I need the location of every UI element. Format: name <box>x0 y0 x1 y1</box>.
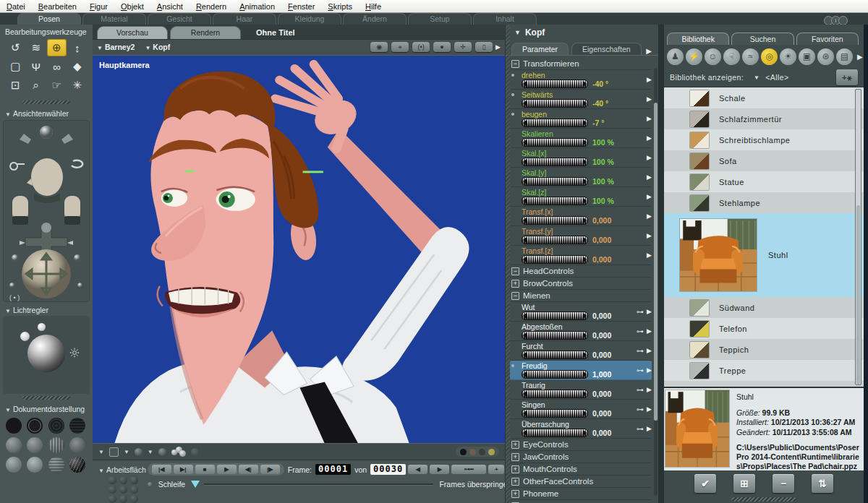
list-item-schale[interactable]: Schale <box>664 87 864 108</box>
parameter-panel-header[interactable]: ▼Kopf <box>506 25 659 40</box>
keyframe-eye-icon[interactable]: ⊶ <box>637 405 644 413</box>
dial-menu-arrow[interactable]: ▶ <box>647 252 652 259</box>
remove-item-button[interactable]: − <box>773 474 794 493</box>
doc-style-12[interactable] <box>69 457 85 473</box>
category-scroll-arrow[interactable]: ▶ <box>857 53 863 61</box>
total-frames-display[interactable]: 00030 <box>370 464 406 475</box>
menu-item-ansicht[interactable]: Ansicht <box>150 2 190 11</box>
light-brackets-icon[interactable]: (•) <box>412 42 430 52</box>
doc-style-5[interactable] <box>6 437 22 453</box>
menu-item-figur[interactable]: Figur <box>83 2 114 11</box>
memory-stick-icon[interactable]: ▯ <box>475 42 493 52</box>
plus-button[interactable]: + <box>488 465 504 474</box>
list-item-sofa[interactable]: Sofa <box>664 150 864 171</box>
param-group-mouthcontrols[interactable]: +MouthControls <box>510 463 652 476</box>
ball-icon[interactable]: ● <box>433 42 451 52</box>
cameras-icon[interactable]: ▣ <box>799 48 815 65</box>
param-tab-eigenschaften[interactable]: Eigenschaften <box>571 43 642 55</box>
dial-knob[interactable] <box>522 119 588 127</box>
hands-icon[interactable]: ☟ <box>723 48 740 65</box>
view-selector-control[interactable]: ( • ) <box>3 120 90 302</box>
menu-item-objekt[interactable]: Objekt <box>114 2 150 11</box>
param-dial-überraschung[interactable]: Überraschung0,000⊶▶ <box>510 419 652 439</box>
timeline-scrubber[interactable] <box>191 481 200 488</box>
dial-knob[interactable] <box>522 255 588 264</box>
keyframe-eye-icon[interactable]: ⊶ <box>637 327 644 335</box>
library-scrollbar[interactable] <box>855 89 861 385</box>
add-keyframe-button[interactable]: ⊶━ <box>451 465 486 474</box>
panel-drag-handle[interactable] <box>731 497 796 502</box>
section-divider[interactable] <box>22 396 70 400</box>
view-axis-tool[interactable]: ✳ <box>68 77 88 94</box>
param-dial-beugen[interactable]: beugen-7 °▶ <box>510 109 652 129</box>
prev-frame-button[interactable]: ◀ <box>408 465 427 474</box>
group-toggle-icon[interactable]: + <box>511 280 519 288</box>
multi-sphere-icon[interactable] <box>171 447 186 457</box>
dropdown-arrow-icon[interactable]: ▼ <box>148 449 153 455</box>
list-item-teppich[interactable]: Teppich <box>664 339 864 360</box>
translate-z-tool[interactable]: ↕ <box>68 39 88 56</box>
keyframe-eye-icon[interactable]: ⊶ <box>637 425 644 433</box>
add-folder-button[interactable]: +⚹ <box>836 69 858 85</box>
param-group-otherfacecontrols[interactable]: +OtherFaceControls <box>510 476 652 488</box>
param-group-sonstiges[interactable]: −Sonstiges <box>510 500 652 503</box>
zoom-tool[interactable]: ⌕ <box>27 77 46 94</box>
display-color-dots[interactable] <box>456 447 499 457</box>
figures-icon[interactable]: ♟ <box>667 48 684 65</box>
dial-knob[interactable] <box>522 177 588 186</box>
room-tab-gesicht[interactable]: Gesicht <box>148 13 211 25</box>
poses-icon[interactable]: ⚡ <box>686 48 702 65</box>
param-tab-parameter[interactable]: Parameter <box>511 43 569 55</box>
group-toggle-icon[interactable]: + <box>511 453 519 461</box>
library-tab-favoriten[interactable]: Favoriten <box>796 33 859 45</box>
param-dial-transf.[z][interactable]: Transf.[z]0,000▶ <box>510 246 652 265</box>
doc-style-title[interactable]: ▼Dokumentdarstellung <box>0 402 93 415</box>
dropdown-arrow-icon[interactable]: ▼ <box>124 449 129 455</box>
param-dial-drehen[interactable]: drehen-40 °▶ <box>510 70 652 90</box>
param-group-transformieren[interactable]: −Transformieren <box>510 58 652 70</box>
chevron-down-icon[interactable]: ▼ <box>754 74 760 81</box>
list-item-schlafzimmertür[interactable]: Schlafzimmertür <box>664 108 864 129</box>
scale-tool[interactable]: ▢ <box>6 58 25 75</box>
param-dial-skalieren[interactable]: Skalieren100 %▶ <box>510 129 652 148</box>
param-group-mienen[interactable]: −Mienen <box>510 290 652 302</box>
frame-style-icon[interactable] <box>109 447 119 457</box>
dial-menu-arrow[interactable]: ▶ <box>647 212 652 220</box>
dial-knob[interactable] <box>522 311 588 320</box>
library-tab-suchen[interactable]: Suchen <box>731 33 793 45</box>
workspace-dock-title[interactable]: ▼Arbeitsfläch <box>98 463 146 476</box>
translate-xy-tool[interactable]: ⊕ <box>47 39 67 56</box>
info-icon[interactable]: i <box>827 16 848 25</box>
dial-knob[interactable] <box>522 99 588 108</box>
scenes-icon[interactable]: ▤ <box>836 48 853 65</box>
param-dial-freudig[interactable]: Freudig1,000⊶▶ <box>510 361 652 380</box>
dial-knob[interactable] <box>522 236 588 244</box>
group-toggle-icon[interactable]: − <box>511 292 519 300</box>
color-tool[interactable]: ◆ <box>68 58 88 75</box>
camera-pan-icon[interactable]: ⌖ <box>391 42 409 52</box>
viewport-3d[interactable]: Hauptkamera <box>93 55 505 444</box>
dial-menu-arrow[interactable]: ▶ <box>647 134 652 142</box>
apply-check-button[interactable]: ✔ <box>694 474 716 493</box>
param-dial-skal.[y][interactable]: Skal.[y]100 %▶ <box>510 168 652 187</box>
rotate-tool[interactable]: ↺ <box>6 39 25 56</box>
param-dial-furcht[interactable]: Furcht0,000⊶▶ <box>510 341 652 361</box>
dial-menu-arrow[interactable]: ▶ <box>647 173 652 181</box>
list-item-schreibtischlampe[interactable]: Schreibtischlampe <box>664 129 864 150</box>
keyframe-eye-icon[interactable]: ⊶ <box>637 347 644 355</box>
play-button[interactable]: ▶ <box>217 465 237 474</box>
timeline-track[interactable] <box>204 483 433 485</box>
hair-icon[interactable]: ≈ <box>742 48 759 65</box>
list-item-partial[interactable] <box>664 381 864 387</box>
menu-item-datei[interactable]: Datei <box>0 2 32 11</box>
dial-menu-arrow[interactable]: ▶ <box>647 154 652 161</box>
dial-knob[interactable] <box>522 409 588 418</box>
dial-knob[interactable] <box>522 390 588 398</box>
dial-knob[interactable] <box>522 197 588 205</box>
param-dial-seitwärts[interactable]: Seitwärts-40 °▶ <box>510 90 652 109</box>
menu-item-skripts[interactable]: Skripts <box>321 2 359 11</box>
add-to-library-button[interactable]: ⊞ <box>733 474 755 493</box>
list-item-treppe[interactable]: Treppe <box>664 360 864 381</box>
doc-tab-vorschau[interactable]: Vorschau <box>97 26 168 39</box>
doc-style-10[interactable] <box>27 457 43 473</box>
